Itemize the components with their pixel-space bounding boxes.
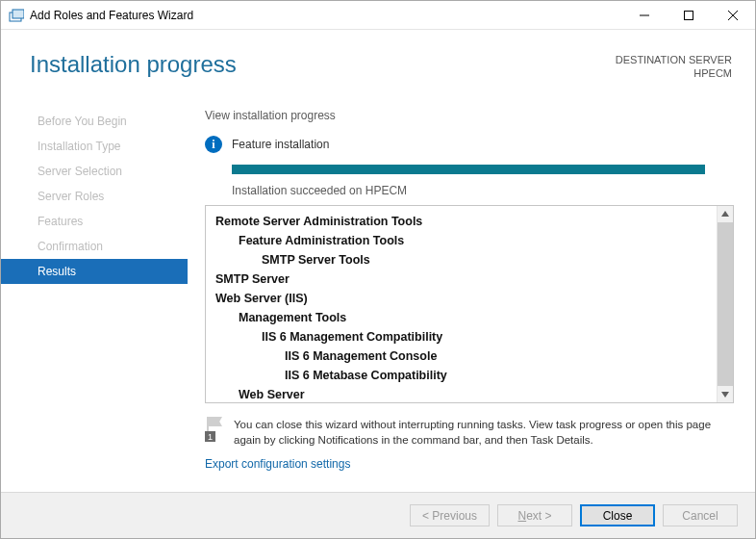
status-text: Feature installation: [232, 138, 329, 151]
page-title: Installation progress: [30, 51, 237, 78]
maximize-button[interactable]: [667, 1, 711, 29]
app-icon: [9, 8, 24, 23]
flag-icon: 1: [205, 417, 226, 442]
svg-rect-3: [685, 11, 693, 19]
hint: 1 You can close this wizard without inte…: [205, 417, 734, 448]
list-item: SMTP Server Tools: [215, 250, 711, 270]
list-item: Feature Administration Tools: [215, 231, 711, 250]
status-row: i Feature installation: [205, 136, 734, 153]
close-button[interactable]: Close: [580, 504, 655, 526]
window-controls: [622, 1, 755, 29]
sidebar-item-before-you-begin: Before You Begin: [1, 109, 188, 134]
footer: < Previous Next > Close Cancel: [1, 492, 755, 538]
window-title: Add Roles and Features Wizard: [30, 9, 622, 22]
svg-marker-7: [721, 392, 729, 398]
destination-label: DESTINATION SERVER: [616, 53, 732, 66]
flag-badge: 1: [205, 431, 215, 442]
previous-button: < Previous: [410, 504, 490, 526]
scroll-up-button[interactable]: [718, 206, 733, 222]
hint-text: You can close this wizard without interr…: [234, 417, 734, 448]
list-item: SMTP Server: [215, 270, 711, 289]
destination-server: DESTINATION SERVER HPECM: [616, 51, 732, 80]
progress-bar: [232, 165, 705, 174]
list-item: Management Tools: [215, 308, 711, 327]
export-settings-link[interactable]: Export configuration settings: [205, 457, 734, 471]
cancel-button: Cancel: [663, 504, 738, 526]
sidebar: Before You BeginInstallation TypeServer …: [1, 91, 188, 478]
minimize-button[interactable]: [622, 1, 667, 29]
scroll-thumb[interactable]: [718, 222, 733, 386]
list-item: Remote Server Administration Tools: [215, 212, 711, 231]
sidebar-item-results[interactable]: Results: [1, 259, 188, 284]
list-item: Web Server: [215, 385, 711, 402]
info-icon: i: [205, 136, 222, 153]
main: Before You BeginInstallation TypeServer …: [1, 91, 755, 478]
list-item: IIS 6 Management Console: [215, 346, 711, 366]
sidebar-item-confirmation: Confirmation: [1, 234, 188, 259]
features-list-content: Remote Server Administration ToolsFeatur…: [206, 206, 717, 402]
sidebar-item-features: Features: [1, 209, 188, 234]
close-window-button[interactable]: [711, 1, 755, 29]
features-list: Remote Server Administration ToolsFeatur…: [205, 205, 734, 403]
list-item: IIS 6 Metabase Compatibility: [215, 366, 711, 385]
sidebar-item-server-selection: Server Selection: [1, 159, 188, 184]
next-button: Next >: [497, 504, 572, 526]
list-item: IIS 6 Management Compatibility: [215, 327, 711, 346]
content-heading: View installation progress: [205, 109, 734, 122]
sidebar-item-installation-type: Installation Type: [1, 134, 188, 159]
succeeded-text: Installation succeeded on HPECM: [232, 184, 734, 197]
svg-marker-6: [721, 211, 729, 217]
scrollbar[interactable]: [717, 206, 733, 402]
svg-rect-1: [13, 10, 24, 18]
progress-fill: [232, 165, 705, 174]
title-bar: Add Roles and Features Wizard: [1, 1, 755, 30]
scroll-down-button[interactable]: [718, 386, 733, 402]
destination-name: HPECM: [616, 66, 732, 80]
list-item: Web Server (IIS): [215, 289, 711, 308]
header: Installation progress DESTINATION SERVER…: [1, 30, 755, 91]
sidebar-item-server-roles: Server Roles: [1, 184, 188, 209]
content: View installation progress i Feature ins…: [188, 91, 755, 478]
